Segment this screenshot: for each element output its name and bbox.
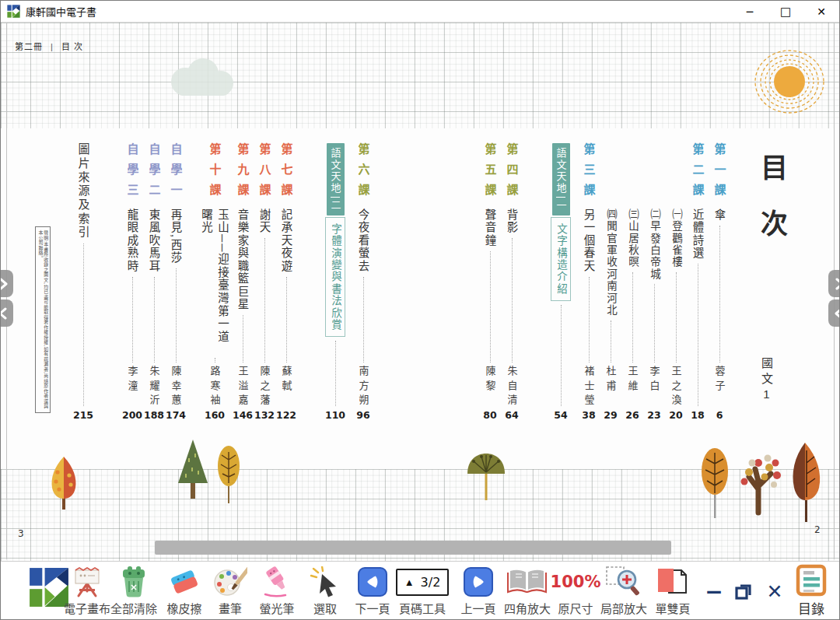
dotted-leader <box>632 272 633 363</box>
special-unit-badge: 語文天地二 <box>327 143 345 215</box>
clear-all-button[interactable]: 全部清除 <box>107 565 161 616</box>
toc-entry-title: 文字構造介紹 <box>551 217 571 301</box>
page-number-value: 3/2 <box>421 575 441 590</box>
select-tool-button[interactable]: 選取 <box>304 565 346 616</box>
toc-entry-title: ㈡早發白帝城 <box>646 208 662 280</box>
edge-forward-button[interactable] <box>828 270 840 297</box>
toc-entry-number-block: 自學一 <box>168 143 184 208</box>
toc-entry-page-number: 80 <box>483 409 496 422</box>
toc-entry-page-number: 54 <box>554 409 567 422</box>
highlighter-tool-button[interactable]: 螢光筆 <box>253 565 301 616</box>
tool-label: 頁碼工具 <box>399 600 446 616</box>
toc-entry-author: 蓉子 <box>712 366 727 409</box>
tool-label: 目錄 <box>798 598 824 618</box>
toc-entry-number: 第七課 <box>278 143 295 203</box>
toc-entry-author: 朱自清 <box>505 366 520 409</box>
toc-entry-page-number: 160 <box>205 409 225 422</box>
grid-paper-top <box>1 23 840 128</box>
toc-entry-author: 王維 <box>625 366 640 409</box>
dotted-leader <box>83 243 84 406</box>
page-jump-arrow-icon: ▲ <box>404 576 415 588</box>
dotted-leader <box>335 341 336 406</box>
toc-entry-title: 今夜看螢去 <box>355 208 372 273</box>
toc-entry-page-number: 96 <box>356 409 369 422</box>
page-number-tool[interactable]: ▲ 3/2 頁碼工具 <box>394 565 450 616</box>
tool-label: 螢光筆 <box>259 600 294 616</box>
hundred-percent-icon: 100% <box>551 573 601 591</box>
window-close-button[interactable]: ✕ <box>803 1 839 22</box>
window-maximize-button[interactable]: □ <box>768 1 803 22</box>
chevron-right-icon <box>834 277 840 291</box>
dotted-leader <box>698 264 698 406</box>
dotted-leader <box>490 251 491 363</box>
eraser-icon <box>167 567 201 597</box>
toc-entry-number: 自學一 <box>168 143 184 203</box>
toc-entry: 第八課 謝天 陳之藩 132 <box>254 143 275 422</box>
partial-zoom-button[interactable]: 局部放大 <box>597 565 651 616</box>
dotted-leader <box>676 272 677 363</box>
toc-entry-number: 第九課 <box>235 143 251 203</box>
toc-entry-title: 再見,西莎 <box>168 208 184 264</box>
toc-entry-title: 記承天夜遊 <box>278 208 295 273</box>
tool-label: 四角放大 <box>504 600 551 616</box>
edge-back-button[interactable] <box>0 299 13 327</box>
edge-back-button[interactable] <box>828 299 840 327</box>
dotted-leader <box>132 277 133 363</box>
trash-can-icon <box>120 566 148 598</box>
toolbar-close-button[interactable]: ✕ <box>761 579 788 604</box>
horizontal-scrollbar-thumb[interactable] <box>155 541 671 555</box>
toc-entry-number-block: 第七課 <box>278 143 295 208</box>
eraser-tool-button[interactable]: 橡皮擦 <box>160 565 208 616</box>
edge-forward-button[interactable] <box>0 270 13 297</box>
toc-entry: 第六課 今夜看螢去 南方朔 96 <box>352 143 374 422</box>
ebook-reader-window: 康軒國中電子書 ─ □ ✕ 第二冊 | 目 次 <box>0 0 840 620</box>
toc-entry-page-number: 18 <box>691 409 704 422</box>
window-minimize-button[interactable]: ─ <box>732 1 768 22</box>
toc-entry-number-block: 第九課 <box>235 143 251 208</box>
toc-list-icon <box>796 564 827 597</box>
toolbar-minimize-button[interactable]: − <box>701 579 727 604</box>
original-size-button[interactable]: 100% 原尺寸 <box>555 565 597 616</box>
next-page-button[interactable]: 下一頁 <box>351 565 394 616</box>
book-page-area: 第二冊 | 目 次 目次 國文1 第一課 傘 蓉子 6 <box>1 23 840 562</box>
dotted-leader <box>561 305 562 406</box>
toc-entry-page-number: 23 <box>647 409 660 422</box>
breadcrumb: 第二冊 | 目 次 <box>15 40 83 52</box>
single-double-page-button[interactable]: 單雙頁 <box>651 565 695 616</box>
tool-label: 畫筆 <box>219 600 242 616</box>
toc-entry-number: 第四課 <box>504 143 520 203</box>
toolbar-restore-button[interactable] <box>730 579 757 604</box>
dotted-leader <box>611 321 611 363</box>
toc-entry-number-block: 自學三 <box>124 143 141 208</box>
app-logo-icon <box>7 5 20 18</box>
brush-tool-button[interactable]: 畫筆 <box>208 565 252 616</box>
chevron-left-icon <box>0 306 9 321</box>
tool-label: 原尺寸 <box>558 600 593 616</box>
page-number-display[interactable]: ▲ 3/2 <box>396 569 449 596</box>
toc-entry-title: 字體演變與書法欣賞 <box>325 217 345 338</box>
tool-label: 局部放大 <box>600 600 647 616</box>
corner-zoom-button[interactable]: 四角放大 <box>500 565 555 616</box>
toc-entry-number-block: 第八課 <box>257 143 273 208</box>
toc-entry-number: 第五課 <box>482 143 499 203</box>
table-of-contents-button[interactable]: 目錄 <box>789 563 833 618</box>
toc-entry-number-block: 第五課 <box>482 143 499 208</box>
dotted-leader <box>654 284 655 363</box>
yellow-tree-decoration <box>215 444 242 514</box>
umbrella-tree-decoration <box>466 450 506 503</box>
toc-entry: 第二課 近體詩選 18 <box>687 143 709 422</box>
toc-entry-number-block: 語文天地一 <box>552 143 570 215</box>
dotted-leader <box>719 226 720 363</box>
toc-entry-author: 南方朔 <box>356 366 371 409</box>
toc-entry-title: 聲音鐘 <box>482 208 499 247</box>
previous-page-button[interactable]: 上一頁 <box>457 565 500 616</box>
toc-entry-title: 圖片來源及索引 <box>75 143 92 240</box>
breadcrumb-separator: | <box>51 42 54 51</box>
toc-entry-page-number: 146 <box>233 409 253 422</box>
toc-entry-number: 自學二 <box>146 143 163 203</box>
special-unit-badge: 語文天地一 <box>552 143 570 215</box>
toc-entry-title: ㈢山居秋暝 <box>625 208 640 268</box>
tool-label: 上一頁 <box>460 600 495 616</box>
toc-entry: 自學二 東風吹馬耳 朱耀沂 188 <box>143 143 165 422</box>
bottom-toolbar: 電子畫布 全部清除 橡皮擦 <box>1 561 840 619</box>
